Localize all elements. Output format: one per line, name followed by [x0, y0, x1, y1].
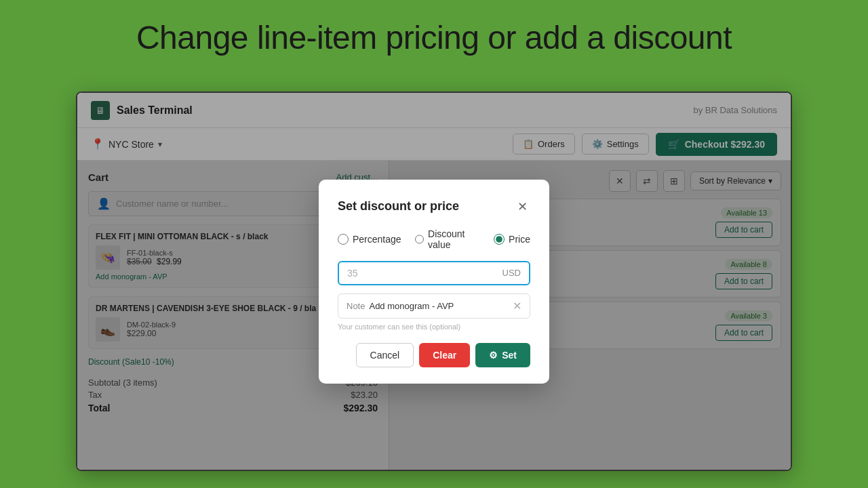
- note-clear-button[interactable]: ✕: [513, 300, 521, 312]
- price-currency: USD: [502, 268, 521, 278]
- modal-overlay: Set discount or price ✕ Percentage Disco…: [77, 93, 791, 470]
- modal-actions: Cancel Clear ⚙ Set: [338, 343, 530, 367]
- page-headline: Change line-item pricing or add a discou…: [0, 0, 868, 70]
- price-input-wrap: USD: [338, 261, 530, 285]
- note-value: Add monogram - AVP: [369, 301, 454, 311]
- price-radio[interactable]: [494, 234, 505, 245]
- modal-title: Set discount or price: [338, 199, 459, 214]
- percentage-radio-label[interactable]: Percentage: [338, 228, 401, 250]
- percentage-radio[interactable]: [338, 234, 349, 245]
- note-wrap: Note Add monogram - AVP ✕: [338, 293, 530, 319]
- pricing-type-radio-group: Percentage Discount value Price: [338, 228, 530, 250]
- modal-close-button[interactable]: ✕: [514, 199, 530, 215]
- clear-button[interactable]: Clear: [419, 343, 470, 367]
- modal-header: Set discount or price ✕: [338, 199, 530, 215]
- app-window: 🖥 Sales Terminal by BR Data Solutions 📍 …: [76, 92, 792, 471]
- set-icon: ⚙: [489, 350, 498, 361]
- price-input[interactable]: [347, 268, 502, 279]
- note-hint: Your customer can see this (optional): [338, 323, 530, 331]
- discount-value-radio[interactable]: [415, 234, 424, 245]
- set-discount-modal: Set discount or price ✕ Percentage Disco…: [319, 180, 549, 384]
- note-label: Note: [347, 301, 365, 311]
- price-radio-label[interactable]: Price: [494, 228, 530, 250]
- discount-value-radio-label[interactable]: Discount value: [415, 228, 480, 250]
- set-button[interactable]: ⚙ Set: [475, 343, 530, 367]
- cancel-button[interactable]: Cancel: [356, 343, 414, 367]
